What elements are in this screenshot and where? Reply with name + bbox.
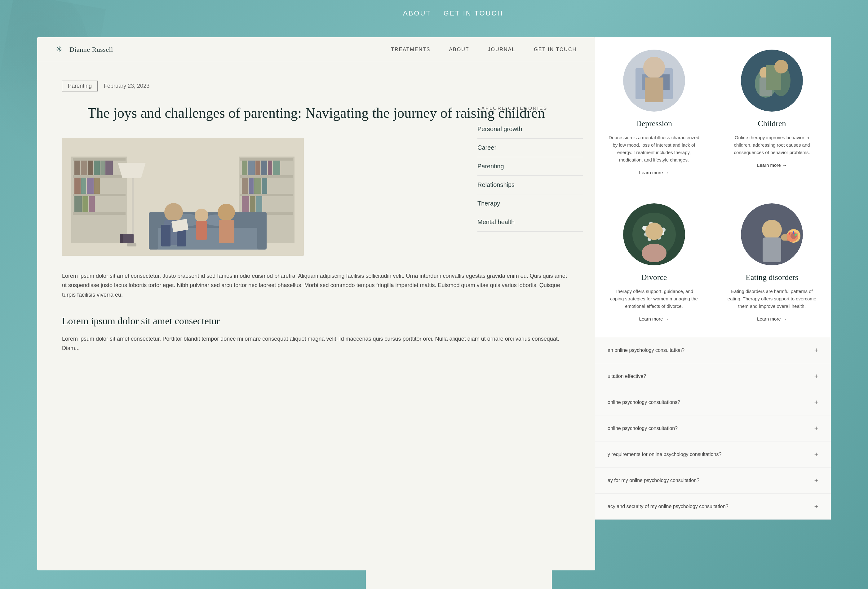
faq-text-3: online psychology consultations? (608, 400, 814, 405)
svg-rect-11 (105, 161, 113, 175)
nav-links: TREATMENTS ABOUT JOURNAL GET IN TOUCH (391, 47, 577, 52)
card-children-link[interactable]: Learn more → (725, 162, 818, 168)
svg-rect-6 (74, 161, 80, 175)
faq-text-5: y requirements for online psychology con… (608, 452, 814, 457)
svg-rect-24 (242, 161, 247, 175)
svg-point-83 (762, 220, 782, 240)
svg-rect-30 (242, 178, 248, 194)
faq-item-6: ay for my online psychology consultation… (595, 468, 831, 493)
svg-point-81 (642, 244, 666, 262)
svg-rect-15 (94, 178, 100, 194)
svg-rect-22 (240, 194, 293, 196)
svg-rect-55 (219, 220, 234, 243)
svg-rect-8 (88, 161, 93, 175)
card-depression-title: Depression (608, 119, 700, 128)
faq-item-7: acy and security of my online psychology… (595, 493, 831, 520)
svg-rect-10 (100, 161, 105, 175)
card-depression-link[interactable]: Learn more → (608, 170, 700, 175)
card-children-desc: Online therapy improves behavior in chil… (725, 134, 818, 156)
faq-item-5: y requirements for online psychology con… (595, 441, 831, 468)
faq-toggle-2[interactable]: + (814, 372, 818, 380)
svg-rect-14 (87, 178, 94, 194)
card-divorce-desc: Therapy offers support, guidance, and co… (608, 288, 700, 310)
svg-point-61 (643, 57, 665, 78)
svg-rect-53 (196, 221, 207, 240)
card-divorce-link[interactable]: Learn more → (608, 316, 700, 322)
sidebar-category-therapy[interactable]: Therapy (477, 194, 583, 213)
faq-text-6: ay for my online psychology consultation… (608, 478, 814, 483)
card-eating-image (741, 203, 803, 265)
svg-rect-44 (149, 213, 158, 249)
navbar: ✳ Dianne Russell TREATMENTS ABOUT JOURNA… (37, 37, 595, 62)
faq-text-1: an online psychology consultation? (608, 347, 814, 353)
faq-item-1: an online psychology consultation? + (595, 337, 831, 363)
cards-panel: Depression Depression is a mental illnes… (595, 37, 831, 520)
svg-rect-50 (161, 225, 170, 247)
svg-rect-3 (73, 175, 125, 178)
logo-icon: ✳ (56, 45, 63, 54)
svg-rect-35 (250, 196, 255, 213)
nav-treatments[interactable]: TREATMENTS (391, 47, 430, 52)
svg-rect-39 (127, 244, 136, 247)
svg-rect-13 (81, 178, 86, 194)
svg-point-54 (218, 204, 235, 221)
svg-rect-25 (248, 161, 255, 175)
card-depression: Depression Depression is a mental illnes… (595, 37, 713, 191)
card-divorce-title: Divorce (608, 273, 700, 282)
card-eating-desc: Eating disorders are harmful patterns of… (725, 288, 818, 310)
card-children: Children Online therapy improves behavio… (713, 37, 831, 191)
faq-toggle-4[interactable]: + (814, 424, 818, 433)
family-illustration (62, 138, 304, 256)
svg-rect-7 (81, 161, 87, 175)
card-divorce-image (623, 203, 685, 265)
svg-rect-31 (249, 178, 254, 194)
svg-point-69 (774, 60, 788, 74)
svg-rect-84 (763, 238, 781, 262)
svg-point-48 (164, 203, 183, 221)
faq-item-4: online psychology consultation? + (595, 415, 831, 441)
faq-toggle-7[interactable]: + (814, 502, 818, 511)
article-body-2: Lorem ipsum dolor sit amet consectetur. … (62, 334, 570, 353)
faq-toggle-6[interactable]: + (814, 476, 818, 484)
sidebar-section-title: EXPLORE CATEGORIES (477, 105, 583, 111)
svg-rect-9 (94, 161, 100, 175)
article-image-family (62, 138, 304, 256)
svg-rect-17 (83, 196, 88, 213)
faq-text-4: online psychology consultation? (608, 426, 814, 431)
svg-rect-62 (645, 78, 663, 102)
card-children-image (741, 50, 803, 112)
svg-marker-38 (118, 163, 146, 178)
svg-rect-34 (242, 196, 249, 213)
svg-point-80 (645, 223, 663, 240)
nav-contact[interactable]: GET IN TOUCH (534, 47, 577, 52)
sidebar-category-parenting[interactable]: Parenting (477, 157, 583, 176)
sidebar-category-relationships[interactable]: Relationships (477, 176, 583, 194)
main-content-card: ✳ Dianne Russell TREATMENTS ABOUT JOURNA… (37, 37, 595, 570)
svg-rect-16 (74, 196, 82, 213)
sidebar-category-personal-growth[interactable]: Personal growth (477, 120, 583, 139)
svg-rect-33 (262, 178, 267, 194)
svg-rect-27 (261, 161, 267, 175)
card-divorce: Divorce Therapy offers support, guidance… (595, 191, 713, 337)
behind-top-strip: ABoUT GET IN Touch (0, 0, 868, 37)
sidebar-category-career[interactable]: Career (477, 139, 583, 157)
cards-grid: Depression Depression is a mental illnes… (595, 37, 831, 337)
article-image (62, 138, 304, 256)
logo-text: Dianne Russell (69, 46, 113, 54)
nav-journal[interactable]: JOURNAL (488, 47, 515, 52)
nav-about[interactable]: ABOUT (449, 47, 469, 52)
svg-rect-32 (254, 178, 261, 194)
article-tag[interactable]: Parenting (62, 81, 97, 92)
faq-toggle-1[interactable]: + (814, 346, 818, 354)
card-eating-link[interactable]: Learn more → (725, 316, 818, 322)
svg-rect-18 (89, 196, 95, 213)
sidebar-category-mental-health[interactable]: Mental health (477, 213, 583, 232)
svg-rect-29 (273, 161, 280, 175)
faq-toggle-5[interactable]: + (814, 450, 818, 459)
svg-rect-45 (257, 213, 267, 249)
faq-toggle-3[interactable]: + (814, 398, 818, 406)
svg-rect-4 (73, 194, 125, 196)
behind-about-link: ABoUT (403, 9, 431, 17)
svg-rect-20 (240, 158, 293, 161)
svg-rect-21 (240, 175, 293, 178)
